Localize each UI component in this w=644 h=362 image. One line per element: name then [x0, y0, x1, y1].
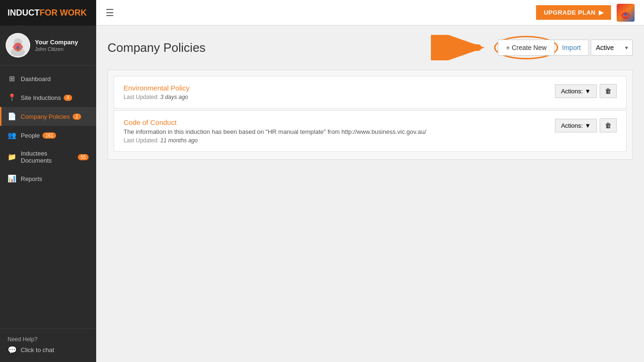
sidebar-user-panel[interactable]: Your Company John Citizen [0, 25, 96, 66]
company-policies-icon: 📄 [8, 112, 16, 121]
actions-button-code-of-conduct[interactable]: Actions: ▼ [555, 119, 597, 132]
main-content-area: ☰ UPGRADE PLAN ▶ Company Policies [96, 0, 644, 362]
logo-forwork: FOR WORK [40, 8, 87, 18]
status-select-wrapper: ActiveInactiveAll [589, 40, 633, 56]
create-new-wrapper: + Create New [498, 40, 554, 56]
policy-actions-env-policy: Actions: ▼ 🗑 [555, 84, 617, 98]
sidebar-nav: ⊞Dashboard📍Site Inductions4📄Company Poli… [0, 66, 96, 328]
archive-button-code-of-conduct[interactable]: 🗑 [600, 118, 617, 132]
people-icon: 👥 [8, 131, 16, 140]
last-updated-value: 3 days ago [160, 94, 188, 100]
badge-site-inductions: 4 [64, 95, 72, 101]
sidebar-label-reports: Reports [21, 175, 42, 182]
sidebar-item-reports[interactable]: 📊Reports [0, 169, 96, 188]
topbar-right: UPGRADE PLAN ▶ [536, 4, 635, 22]
actions-button-env-policy[interactable]: Actions: ▼ [555, 84, 597, 98]
upgrade-label: UPGRADE PLAN [544, 9, 595, 16]
chat-icon: 💬 [8, 346, 17, 354]
policy-title-env-policy[interactable]: Environmental Policy [124, 84, 545, 92]
company-logo-icon [617, 4, 635, 22]
sidebar-label-company-policies: Company Policies [21, 113, 70, 120]
last-updated-value: 11 months ago [160, 137, 198, 144]
page-title: Company Policies [107, 41, 425, 55]
policy-updated-code-of-conduct: Last Updated: 11 months ago [124, 137, 545, 144]
upgrade-plan-button[interactable]: UPGRADE PLAN ▶ [536, 5, 611, 20]
sidebar-label-site-inductions: Site Inductions [21, 94, 61, 101]
hamburger-menu-button[interactable]: ☰ [106, 7, 114, 18]
archive-button-env-policy[interactable]: 🗑 [600, 84, 617, 98]
click-to-chat-label: Click to chat [21, 346, 54, 354]
sidebar-label-inductees-documents: Inductees Documents [21, 150, 75, 164]
last-updated-label: Last Updated: [124, 94, 159, 100]
archive-icon: 🗑 [605, 87, 611, 95]
sidebar: INDUCT FOR WORK Your Company John Citize… [0, 0, 96, 362]
policies-list: Environmental Policy Last Updated: 3 day… [107, 70, 633, 160]
badge-people: 161 [42, 132, 56, 139]
policy-card-env-policy: Environmental Policy Last Updated: 3 day… [114, 76, 627, 108]
click-to-chat-button[interactable]: 💬 Click to chat [8, 346, 89, 354]
need-help-label: Need Help? [8, 336, 89, 343]
policy-body-code-of-conduct: Code of Conduct The information in this … [124, 118, 545, 144]
sidebar-item-site-inductions[interactable]: 📍Site Inductions4 [0, 88, 96, 107]
app-logo[interactable]: INDUCT FOR WORK [0, 0, 96, 25]
create-new-button[interactable]: + Create New [498, 40, 554, 56]
arrow-annotation [431, 35, 492, 60]
company-name: Your Company [35, 39, 78, 47]
site-inductions-icon: 📍 [8, 93, 16, 102]
actions-chevron-icon: ▼ [585, 88, 591, 95]
sidebar-label-people: People [21, 132, 40, 139]
page-header: Company Policies + Create New Import [107, 35, 633, 60]
avatar [6, 33, 30, 58]
page-content: Company Policies + Create New Import [96, 25, 644, 362]
dashboard-icon: ⊞ [8, 74, 16, 83]
sidebar-item-people[interactable]: 👥People161 [0, 126, 96, 145]
topbar: ☰ UPGRADE PLAN ▶ [96, 0, 644, 25]
actions-label: Actions: [561, 88, 583, 95]
last-updated-label: Last Updated: [124, 137, 159, 144]
reports-icon: 📊 [8, 174, 16, 183]
badge-company-policies: 2 [73, 114, 81, 120]
sidebar-user-info: Your Company John Citizen [35, 39, 78, 52]
actions-chevron-icon: ▼ [585, 122, 591, 129]
archive-icon: 🗑 [605, 122, 611, 129]
logo-induct: INDUCT [8, 8, 40, 18]
badge-inductees-documents: 55 [78, 154, 89, 160]
policy-body-env-policy: Environmental Policy Last Updated: 3 day… [124, 84, 545, 100]
policy-title-code-of-conduct[interactable]: Code of Conduct [124, 118, 545, 126]
inductees-documents-icon: 📁 [8, 153, 16, 161]
upgrade-icon: ▶ [599, 9, 604, 16]
arrow-icon [431, 35, 492, 60]
sidebar-label-dashboard: Dashboard [21, 75, 51, 82]
actions-label: Actions: [561, 122, 583, 129]
policy-desc-code-of-conduct: The information in this induction has be… [124, 128, 545, 135]
import-button[interactable]: Import [554, 40, 589, 56]
sidebar-footer: Need Help? 💬 Click to chat [0, 328, 96, 362]
policy-actions-code-of-conduct: Actions: ▼ 🗑 [555, 118, 617, 132]
policy-card-code-of-conduct: Code of Conduct The information in this … [114, 110, 627, 152]
sidebar-item-company-policies[interactable]: 📄Company Policies2 [0, 107, 96, 126]
username: John Citizen [35, 46, 78, 52]
status-filter-select[interactable]: ActiveInactiveAll [591, 40, 633, 56]
policy-updated-env-policy: Last Updated: 3 days ago [124, 94, 545, 100]
sidebar-item-dashboard[interactable]: ⊞Dashboard [0, 69, 96, 88]
sidebar-item-inductees-documents[interactable]: 📁Inductees Documents55 [0, 145, 96, 169]
